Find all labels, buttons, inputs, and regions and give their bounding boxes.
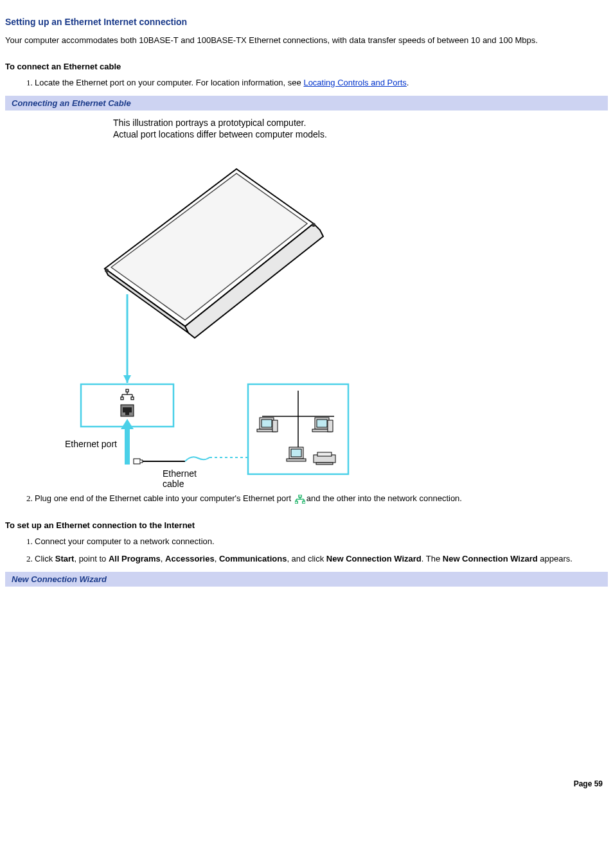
- illustration-caption: This illustration portrays a prototypica…: [113, 117, 608, 140]
- section2-heading: To set up an Ethernet connection to the …: [5, 520, 608, 530]
- caption-line1: This illustration portrays a prototypica…: [113, 118, 306, 128]
- page-footer: Page 59: [5, 779, 608, 791]
- svg-rect-24: [262, 420, 272, 427]
- step2-text-post: and the other into the network connectio…: [306, 493, 462, 503]
- svg-rect-35: [317, 452, 332, 456]
- step1-text-post: .: [407, 78, 409, 87]
- section1-step2: Plug one end of the Ethernet cable into …: [35, 492, 608, 505]
- section1-heading: To connect an Ethernet cable: [5, 62, 608, 71]
- svg-rect-26: [272, 420, 278, 432]
- step2-text-pre: Plug one end of the Ethernet cable into …: [35, 493, 294, 503]
- ethernet-icon: [295, 495, 305, 504]
- svg-marker-3: [123, 375, 131, 383]
- svg-rect-30: [328, 420, 333, 432]
- svg-rect-14: [125, 412, 129, 415]
- svg-text:cable: cable: [163, 479, 184, 487]
- svg-rect-36: [316, 463, 333, 465]
- svg-point-0: [105, 269, 109, 272]
- intro-paragraph: Your computer accommodates both 10BASE-T…: [5, 35, 608, 46]
- section1-step1: Locate the Ethernet port on your compute…: [35, 76, 608, 89]
- svg-rect-32: [291, 449, 301, 457]
- svg-rect-13: [123, 407, 132, 412]
- svg-rect-33: [287, 459, 306, 461]
- banner-connecting-cable: Connecting an Ethernet Cable: [5, 96, 608, 111]
- section2-step2: Click Start, point to All Programs, Acce…: [35, 553, 608, 565]
- page-title: Setting up an Ethernet Internet connecti…: [5, 17, 608, 27]
- caption-line2: Actual port locations differ between com…: [113, 129, 327, 139]
- section2-step1: Connect your computer to a network conne…: [35, 535, 608, 548]
- svg-rect-42: [295, 501, 298, 504]
- ethernet-diagram: Ethernet port Ethernet cable: [57, 140, 352, 487]
- svg-rect-16: [134, 459, 140, 464]
- step1-text-pre: Locate the Ethernet port on your compute…: [35, 78, 303, 87]
- locating-controls-link[interactable]: Locating Controls and Ports: [303, 78, 406, 87]
- illustration-block: This illustration portrays a prototypica…: [5, 117, 608, 487]
- network-computer-bottom: [287, 447, 306, 461]
- label-ethernet-port: Ethernet port: [65, 439, 117, 449]
- banner-new-connection-wizard: New Connection Wizard: [5, 572, 608, 587]
- svg-point-1: [312, 223, 315, 227]
- label-ethernet-cable: Ethernet: [163, 468, 197, 479]
- svg-rect-28: [317, 420, 327, 427]
- svg-rect-43: [303, 501, 305, 504]
- svg-rect-37: [299, 495, 301, 497]
